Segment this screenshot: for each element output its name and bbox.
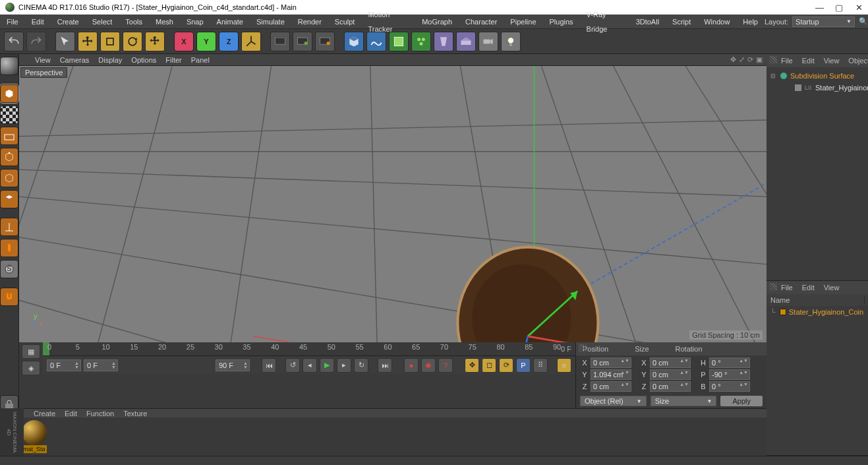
add-light-button[interactable]: [501, 32, 521, 51]
coord-system-button[interactable]: [241, 32, 261, 51]
key-scale-button[interactable]: ◻: [482, 358, 496, 373]
pos-y-field[interactable]: 1.094 cm▲▼: [591, 369, 631, 380]
objmenu-edit[interactable]: Edit: [802, 57, 815, 65]
model-mode-button[interactable]: [0, 84, 18, 103]
menu-plugins[interactable]: Plugins: [543, 15, 580, 29]
viewport-solo-button[interactable]: S: [0, 260, 18, 278]
menu-create[interactable]: Create: [51, 15, 86, 29]
goto-end-button[interactable]: ⏭: [378, 358, 392, 373]
range-start-field[interactable]: 0 F▲▼: [47, 359, 81, 371]
vp-dolly-icon[interactable]: ⤢: [739, 55, 745, 64]
menu-sculpt[interactable]: Sculpt: [328, 15, 362, 29]
add-cube-button[interactable]: [344, 32, 364, 51]
snap-button[interactable]: [0, 288, 18, 306]
size-mode-select[interactable]: Size▼: [651, 396, 717, 406]
menu-character[interactable]: Character: [459, 15, 504, 29]
perspective-viewport[interactable]: Perspective: [19, 66, 767, 342]
polygons-mode-button[interactable]: [0, 190, 18, 208]
timeline-menu-button[interactable]: ≡: [557, 358, 571, 373]
vpmenu-panel[interactable]: Panel: [191, 56, 210, 64]
menu-vray[interactable]: V-Ray Bridge: [580, 7, 629, 36]
tweak-mode-button[interactable]: [0, 239, 18, 257]
minimize-button[interactable]: —: [815, 3, 823, 13]
prev-frame-button[interactable]: ◂: [303, 358, 317, 373]
timeline-tool-b[interactable]: ◈: [22, 361, 40, 375]
key-param-button[interactable]: P: [516, 358, 531, 373]
add-mograph-button[interactable]: [411, 32, 431, 51]
timeline-tool-a[interactable]: ▦: [22, 344, 40, 359]
goto-start-button[interactable]: ⏮: [262, 358, 276, 373]
move-tool[interactable]: [78, 32, 98, 51]
menu-snap[interactable]: Snap: [180, 15, 210, 29]
tree-row-coin[interactable]: L0 Stater_Hygiainon_Coin: [768, 82, 868, 94]
lock-y-axis[interactable]: Y: [196, 32, 216, 51]
menu-3dtoall[interactable]: 3DtoAll: [629, 15, 666, 29]
size-x-field[interactable]: 0 cm▲▼: [650, 357, 691, 368]
laymenu-edit[interactable]: Edit: [802, 284, 815, 292]
laymenu-file[interactable]: File: [781, 284, 793, 292]
vp-pan-icon[interactable]: ✥: [730, 55, 736, 64]
menu-help[interactable]: Help: [736, 15, 765, 29]
object-tree[interactable]: ⊟ Subdivision Surface L0 Stater_Hygiaino…: [767, 67, 868, 280]
panel-grip-icon[interactable]: [769, 283, 777, 291]
rot-b-field[interactable]: 0 °▲▼: [709, 381, 750, 392]
key-rot-button[interactable]: ⟳: [499, 358, 513, 373]
layer-solo-toggle[interactable]: ●: [864, 306, 868, 318]
matmenu-function[interactable]: Function: [86, 410, 114, 418]
add-generator-button[interactable]: [389, 32, 409, 51]
pos-z-field[interactable]: 0 cm▲▼: [591, 381, 631, 392]
axis-tool-button[interactable]: [0, 218, 18, 236]
size-y-field[interactable]: 0 cm▲▼: [650, 369, 691, 380]
menu-mograph[interactable]: MoGraph: [415, 15, 459, 29]
menu-script[interactable]: Script: [666, 15, 697, 29]
menu-window[interactable]: Window: [697, 15, 736, 29]
render-settings-button[interactable]: [315, 32, 335, 51]
timeline-ruler[interactable]: 051015202530354045505560657075808590 0 F: [43, 342, 575, 356]
add-environment-button[interactable]: [456, 32, 476, 51]
close-button[interactable]: ✕: [855, 3, 863, 13]
add-camera-button[interactable]: [478, 32, 498, 51]
panel-grip-icon[interactable]: [769, 56, 777, 64]
panel-grip-icon[interactable]: [579, 344, 587, 352]
points-mode-button[interactable]: [0, 148, 18, 166]
layer-color-swatch[interactable]: [780, 309, 786, 315]
material-thumb[interactable]: mat_Sta: [22, 420, 49, 453]
render-pv-button[interactable]: [293, 32, 312, 51]
menu-render[interactable]: Render: [291, 15, 328, 29]
recent-tool[interactable]: [145, 32, 165, 51]
next-frame-button[interactable]: ▸: [337, 358, 351, 373]
menu-select[interactable]: Select: [86, 15, 119, 29]
key-pla-button[interactable]: ⠿: [533, 358, 548, 373]
rot-p-field[interactable]: -90 °▲▼: [709, 369, 750, 380]
autokey-button[interactable]: ◉: [421, 358, 436, 373]
current-frame-field[interactable]: 0 F▲▼: [84, 359, 118, 371]
vpmenu-cameras[interactable]: Cameras: [60, 56, 90, 64]
menu-pipeline[interactable]: Pipeline: [504, 15, 542, 29]
play-button[interactable]: ▶: [320, 358, 334, 373]
next-key-button[interactable]: ↻: [354, 358, 368, 373]
layer-row[interactable]: └ Stater_Hygiainon_Coin ● ▣ ▦ ≡ 🔒 ◇ ⬡: [767, 306, 868, 318]
menu-animate[interactable]: Animate: [210, 15, 250, 29]
prev-key-button[interactable]: ↺: [285, 358, 300, 373]
search-icon[interactable]: 🔍: [859, 17, 868, 26]
record-button[interactable]: ●: [404, 358, 419, 373]
coord-mode-select[interactable]: Object (Rel)▼: [580, 396, 647, 406]
maximize-button[interactable]: ▢: [835, 3, 843, 13]
vp-maximize-icon[interactable]: ▣: [756, 55, 763, 64]
size-z-field[interactable]: 0 cm▲▼: [650, 381, 691, 392]
menu-tools[interactable]: Tools: [119, 15, 149, 29]
apply-button[interactable]: Apply: [720, 396, 763, 406]
range-end-field[interactable]: 90 F▲▼: [216, 359, 250, 371]
rot-h-field[interactable]: 0 °▲▼: [709, 357, 750, 368]
layer-hdr-s[interactable]: S: [864, 296, 868, 304]
menu-mesh[interactable]: Mesh: [149, 15, 180, 29]
vp-orbit-icon[interactable]: ⟳: [747, 55, 753, 64]
render-view-button[interactable]: [270, 32, 290, 51]
laymenu-view[interactable]: View: [824, 284, 840, 292]
undo-button[interactable]: [4, 32, 24, 51]
add-deformer-button[interactable]: [434, 32, 453, 51]
vpmenu-options[interactable]: Options: [131, 56, 156, 64]
objmenu-file[interactable]: File: [781, 57, 793, 65]
objmenu-view[interactable]: View: [824, 57, 840, 65]
keyselection-button[interactable]: ?: [438, 358, 453, 373]
